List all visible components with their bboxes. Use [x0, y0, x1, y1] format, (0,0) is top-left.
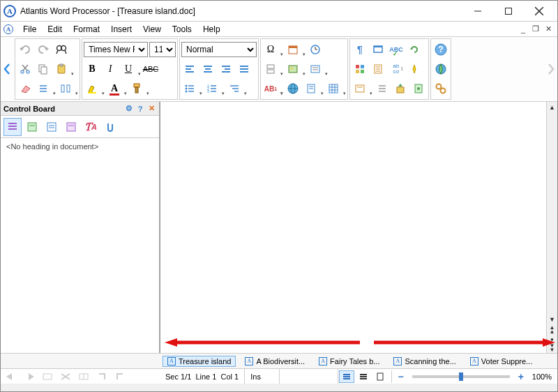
outline-button[interactable]: [374, 80, 391, 97]
zoom-in-button[interactable]: +: [515, 371, 527, 382]
align-center-button[interactable]: [199, 61, 216, 77]
doc-tab[interactable]: AFairy Tales b...: [314, 356, 384, 367]
menu-format[interactable]: Format: [68, 23, 105, 36]
columns-button[interactable]: ▾: [57, 80, 78, 97]
font-size-select[interactable]: 11: [149, 42, 176, 57]
status-section[interactable]: Sec 1/1 Line 1 Col 1: [160, 369, 245, 384]
toolbar-scroll-left[interactable]: [1, 37, 13, 101]
eraser-button[interactable]: [17, 80, 33, 97]
doc-tab[interactable]: AA Biodiversit...: [240, 356, 310, 367]
menu-file[interactable]: File: [17, 23, 42, 36]
paragraph-style-select[interactable]: Normal: [181, 42, 257, 57]
underline-button[interactable]: U▾: [120, 61, 141, 77]
options-button[interactable]: [432, 80, 449, 97]
app-icon-small[interactable]: A: [3, 24, 13, 34]
menu-help[interactable]: Help: [197, 23, 226, 36]
scroll-up-icon[interactable]: ▲: [547, 102, 557, 113]
align-right-button[interactable]: [218, 61, 234, 77]
maximize-button[interactable]: [493, 1, 524, 21]
fullscreen-button[interactable]: [370, 41, 386, 58]
zoom-out-button[interactable]: −: [395, 371, 406, 382]
menu-tools[interactable]: Tools: [167, 23, 197, 36]
hyperlink-button[interactable]: [285, 80, 301, 97]
bullet-list-button[interactable]: ▾: [181, 80, 202, 97]
format-painter-button[interactable]: ▾: [128, 80, 149, 97]
copy-button[interactable]: [35, 61, 52, 77]
view-page-button[interactable]: [372, 370, 388, 383]
menu-view[interactable]: View: [137, 23, 167, 36]
web-button[interactable]: [432, 61, 449, 77]
sort-button[interactable]: abcd↕: [388, 61, 405, 77]
scroll-down-icon[interactable]: ▼: [547, 314, 557, 325]
redo-button[interactable]: [35, 41, 52, 58]
paste-button[interactable]: ▾: [53, 61, 74, 77]
styles-button[interactable]: ▾: [352, 80, 372, 97]
find-button[interactable]: [53, 41, 70, 58]
export-button[interactable]: [392, 80, 409, 97]
refresh-button[interactable]: [406, 41, 423, 58]
bold-button[interactable]: B: [84, 61, 100, 77]
status-insert-mode[interactable]: Ins: [245, 369, 280, 384]
doc-tab[interactable]: AScanning the...: [389, 356, 460, 367]
nav-forward-button[interactable]: [22, 370, 37, 383]
footnote-button[interactable]: AB1▾: [262, 80, 283, 97]
highlight-button[interactable]: ▾: [84, 80, 105, 97]
minimize-button[interactable]: [462, 1, 493, 21]
bookmark-button[interactable]: ▾: [303, 80, 324, 97]
nav-back-button[interactable]: [3, 370, 19, 383]
control-board-help-icon[interactable]: ?: [135, 104, 145, 114]
numbered-list-button[interactable]: 123▾: [204, 80, 225, 97]
text-box-button[interactable]: ▾: [307, 61, 328, 77]
align-justify-button[interactable]: [236, 61, 252, 77]
zoom-slider[interactable]: [412, 375, 510, 378]
menu-edit[interactable]: Edit: [42, 23, 68, 36]
zoom-level[interactable]: 100%: [527, 369, 557, 384]
multilevel-list-button[interactable]: ▾: [226, 80, 247, 97]
italic-button[interactable]: I: [102, 61, 119, 77]
autocorrect-button[interactable]: [406, 61, 423, 77]
doc-tab[interactable]: AVoter Suppre...: [465, 356, 537, 367]
page-break-button[interactable]: ▾: [262, 61, 283, 77]
font-name-select[interactable]: Times New Ro: [84, 42, 148, 57]
vertical-scrollbar[interactable]: ▲ ▼ ▲▲ ● ▼▼: [546, 102, 557, 353]
cb-tab-clippy[interactable]: [101, 118, 119, 136]
align-left-button[interactable]: [181, 61, 198, 77]
mdi-minimize-button[interactable]: _: [518, 24, 529, 34]
save-as-button[interactable]: [410, 80, 427, 97]
nav-action1-button[interactable]: [40, 370, 55, 383]
line-spacing-button[interactable]: ▾: [35, 80, 56, 97]
show-formatting-button[interactable]: ¶: [352, 41, 368, 58]
undo-button[interactable]: [17, 41, 33, 58]
nav-action4-button[interactable]: [94, 370, 110, 383]
picture-button[interactable]: ▾: [285, 61, 306, 77]
menu-insert[interactable]: Insert: [105, 23, 137, 36]
view-normal-button[interactable]: [339, 370, 354, 383]
cb-tab-lists[interactable]: [43, 118, 61, 136]
time-button[interactable]: [307, 41, 324, 58]
nav-action2-button[interactable]: [58, 370, 73, 383]
cb-tab-headings[interactable]: [3, 118, 22, 136]
cut-button[interactable]: [17, 61, 33, 77]
control-board-close-icon[interactable]: ✕: [146, 104, 156, 114]
document-button[interactable]: [370, 61, 386, 77]
toolbar-scroll-right[interactable]: [545, 37, 557, 101]
prev-page-icon[interactable]: ▲▲: [547, 325, 557, 335]
colors-button[interactable]: [352, 61, 368, 77]
document-area[interactable]: ▲ ▼ ▲▲ ● ▼▼: [160, 102, 557, 353]
mdi-restore-button[interactable]: ❐: [530, 24, 541, 34]
date-button[interactable]: ▾: [285, 41, 306, 58]
strikethrough-button[interactable]: ABC: [142, 61, 159, 77]
font-color-button[interactable]: A▾: [106, 80, 127, 97]
spellcheck-button[interactable]: ABC✓: [388, 41, 405, 58]
nav-action5-button[interactable]: [112, 370, 128, 383]
close-button[interactable]: [524, 1, 555, 21]
cb-tab-fonts[interactable]: ƬA: [82, 118, 100, 136]
table-button[interactable]: ▾: [325, 80, 346, 97]
control-board-settings-icon[interactable]: ⚙: [124, 104, 134, 114]
cb-tab-bookmarks[interactable]: [62, 118, 80, 136]
nav-action3-button[interactable]: [76, 370, 91, 383]
help-button[interactable]: ?: [432, 41, 449, 58]
mdi-close-button[interactable]: ✕: [543, 24, 554, 34]
symbol-button[interactable]: Ω▾: [262, 41, 283, 58]
doc-tab[interactable]: ATreasure island: [163, 356, 236, 367]
